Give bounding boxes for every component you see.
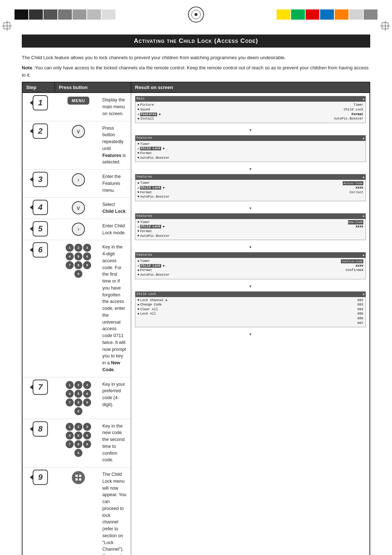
color-swatch-7 [102,9,115,20]
step-num-4: 4 [24,200,57,215]
screen-3-header: Features▲ [135,174,366,180]
screen-2: Features▲ ■Timer ✔ Child Lock ► ■Format … [135,135,366,162]
num-2[interactable]: 2 [74,244,82,252]
numpad-8: 1 2 3 4 5 6 7 8 9 0 [66,423,91,457]
grid-button[interactable] [72,471,85,484]
arrow-down-button-4[interactable]: ∨ [72,201,85,214]
num-3c[interactable]: 3 [83,423,91,431]
screen-4: Features▲ ■TimerNew Code ✔ Child Lock ►x… [135,213,366,240]
down-arrow-3: ▼ [135,206,366,210]
step-text-6: Key in the 4-digit access code. For the … [100,242,129,374]
step-row-7: 7 1 2 3 4 5 6 7 8 9 0 [23,377,131,419]
num-4c[interactable]: 4 [66,432,74,439]
num-7b[interactable]: 7 [66,398,74,406]
color-swatch-3 [44,9,57,20]
num-5[interactable]: 5 [74,252,82,260]
main-content: Activating the Child Lock (Access Code) … [0,31,392,555]
num-9b[interactable]: 9 [83,398,91,406]
step-row-3: 3 › Enter the Features menu. [23,170,131,198]
color-swatch-1 [15,9,28,20]
step-press-1: MENU [57,95,100,106]
step-num-3: 3 [24,172,57,187]
num-7c[interactable]: 7 [66,440,74,448]
down-arrow-4: ▼ [135,245,366,249]
step-row-6: 6 1 2 3 4 5 6 7 8 9 0 [23,240,131,377]
screen-2-line-3: ■Format [138,151,363,156]
num-2b[interactable]: 2 [74,381,82,389]
table-header: Step Press button Result on screen [22,82,370,93]
step-row-4: 4 ∨ Select Child Lock. [23,198,131,219]
step-row-5: 5 › Enter Child Lock mode. [23,219,131,240]
num-5b[interactable]: 5 [74,390,82,398]
step-number-2: 2 [33,123,48,139]
num-6c[interactable]: 6 [83,432,91,439]
num-8b[interactable]: 8 [74,398,82,406]
step-row-9: 9 The Child Lock menu will now appear. Y… [23,467,131,555]
down-arrow-1: ▼ [135,128,366,132]
step-row-8: 8 1 2 3 4 5 6 7 8 9 0 [23,419,131,468]
num-0[interactable]: 0 [74,270,82,278]
color-swatch-4 [58,9,72,20]
screen-3-line-2: ✔ Child Lock ►xxxx [138,186,363,190]
step-num-6: 6 [24,242,57,258]
step-num-2: 2 [24,123,57,139]
down-arrow-6: ▼ [135,332,366,336]
num-2c[interactable]: 2 [74,423,82,431]
step-num-7: 7 [24,380,57,395]
description-1: The Child Lock feature allows you to loc… [22,54,370,61]
step-number-4: 4 [33,200,48,215]
color-blocks-left [15,9,115,20]
th-press: Press button [55,82,131,92]
down-arrow-5: ▼ [135,284,366,288]
num-4[interactable]: 4 [66,252,74,260]
screen-4-line-3: ■Format [138,229,363,234]
num-1b[interactable]: 1 [66,381,74,389]
screen-1-line-2: ■SoundChild Lock [138,108,363,112]
num-8c[interactable]: 8 [74,440,82,448]
num-4b[interactable]: 4 [66,390,74,398]
arrow-right-button-5[interactable]: › [72,223,85,236]
num-9c[interactable]: 9 [83,440,91,448]
registration-target [188,7,204,23]
num-7[interactable]: 7 [66,261,74,269]
steps-right: Main▲ ■PictureTimer ■SoundChild Lock ✔ F… [131,93,369,555]
num-3b[interactable]: 3 [83,381,91,389]
num-1[interactable]: 1 [66,244,74,252]
arrow-right-button-3[interactable]: › [72,173,85,186]
reg-mark-left [4,23,10,29]
step-press-6: 1 2 3 4 5 6 7 8 9 0 [57,242,100,279]
num-9[interactable]: 9 [83,261,91,269]
screen-1-header: Main▲ [135,96,366,102]
steps-container: 1 MENU Display the main menu on screen. … [22,93,370,555]
screen-6-line-3: ■Clear All004 [138,307,363,312]
th-result: Result on screen [131,82,369,92]
screen-6-line-6: 007 [138,321,363,326]
svg-rect-2 [75,478,78,481]
numpad-6: 1 2 3 4 5 6 7 8 9 0 [66,244,91,278]
th-step: Step [23,82,55,92]
menu-button[interactable]: MENU [68,97,89,105]
color-swatch-5 [73,9,86,20]
arrow-down-button-2[interactable]: ∨ [72,125,85,138]
steps-left: 1 MENU Display the main menu on screen. … [23,93,131,555]
num-5c[interactable]: 5 [74,432,82,439]
num-8[interactable]: 8 [74,261,82,269]
num-0b[interactable]: 0 [74,407,82,415]
num-1c[interactable]: 1 [66,423,74,431]
num-3[interactable]: 3 [83,244,91,252]
num-6b[interactable]: 6 [83,390,91,398]
screen-5: Features▲ ■TimerConfirm Code ✔ Child Loc… [135,252,366,279]
step-text-4: Select Child Lock. [100,200,129,216]
step-text-1: Display the main menu on screen. [100,95,129,118]
screen-1: Main▲ ■PictureTimer ■SoundChild Lock ✔ F… [135,96,366,123]
screen-4-line-2: ✔ Child Lock ►xxxx [138,224,363,229]
num-0c[interactable]: 0 [74,449,82,457]
screen-5-line-4: ■AutoPic.Booster [138,273,363,278]
screen-3: Features▲ ■TimerAccess Code ✔ Child Lock… [135,174,366,201]
color-swatch-blue [320,9,334,20]
step-press-5: › [57,221,100,237]
num-6[interactable]: 6 [83,252,91,260]
color-swatch-lightgray [349,9,363,20]
page-title: Activating the Child Lock (Access Code) [22,35,370,48]
reg-mark-right [382,23,388,29]
